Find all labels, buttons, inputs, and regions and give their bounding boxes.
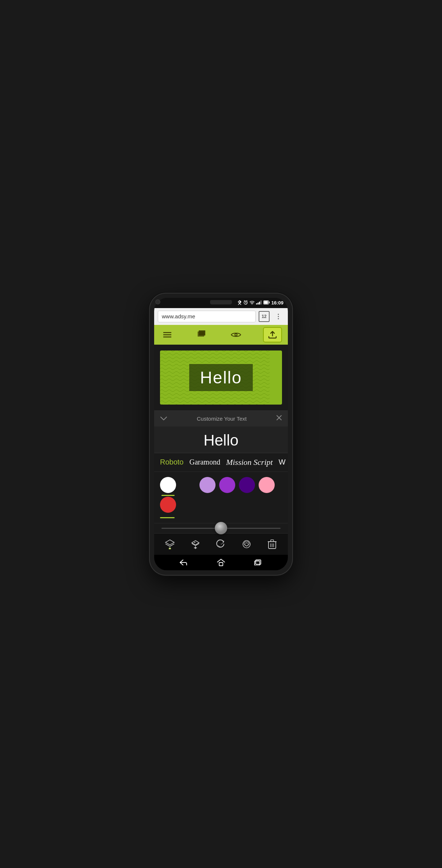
wifi-icon: [249, 300, 255, 305]
add-layer-tool-button[interactable]: [187, 536, 204, 553]
svg-rect-46: [256, 560, 261, 564]
svg-marker-29: [165, 540, 174, 545]
color-picker: [154, 472, 288, 523]
hello-canvas-box[interactable]: Hello: [189, 364, 253, 391]
bottom-toolbar: [154, 534, 288, 555]
svg-line-37: [221, 543, 224, 544]
knit-canvas[interactable]: Hello: [160, 350, 282, 405]
layers-button[interactable]: [194, 327, 209, 342]
phone-device: 16:09 www.adsy.me 12: [150, 293, 292, 575]
hamburger-menu-button[interactable]: [160, 327, 175, 342]
speaker: [210, 301, 232, 304]
app-toolbar: [154, 325, 288, 345]
chevron-down-icon[interactable]: [160, 415, 167, 422]
customize-title: Customize Your Text: [197, 416, 247, 422]
font-mission-script-option[interactable]: Mission Script: [226, 458, 273, 467]
color-swatch-black[interactable]: [180, 477, 196, 493]
customize-panel-header: Customize Your Text: [154, 410, 288, 427]
url-text: www.adsy.me: [162, 313, 195, 319]
svg-line-6: [247, 300, 247, 301]
android-nav-bar: [154, 555, 288, 570]
canvas-area: Hello: [154, 345, 288, 410]
svg-rect-14: [264, 301, 268, 304]
svg-point-15: [278, 314, 279, 315]
svg-line-1: [238, 303, 240, 305]
font-selector: Roboto Garamond Mission Script W: [154, 453, 288, 472]
svg-rect-45: [219, 562, 223, 566]
color-swatches: [160, 477, 282, 513]
recents-button[interactable]: [250, 556, 266, 569]
eye-button[interactable]: [229, 327, 243, 342]
svg-point-25: [235, 334, 237, 336]
back-button[interactable]: [176, 556, 192, 569]
svg-rect-13: [268, 302, 270, 303]
alarm-icon: [243, 300, 248, 306]
svg-rect-10: [259, 302, 260, 305]
camera: [155, 299, 160, 304]
address-bar: www.adsy.me 12: [154, 308, 288, 325]
color-swatch-dark-purple[interactable]: [239, 477, 255, 493]
svg-rect-8: [256, 303, 257, 304]
text-edit-area: Hello: [154, 427, 288, 453]
color-indicator-row: [160, 515, 282, 521]
color-swatch-white[interactable]: [160, 477, 176, 493]
editable-text[interactable]: Hello: [160, 430, 282, 453]
layers-tool-button[interactable]: [161, 536, 178, 553]
status-icons: 16:09: [237, 300, 283, 306]
svg-line-0: [240, 303, 241, 305]
svg-marker-33: [192, 543, 199, 546]
close-icon[interactable]: [276, 415, 282, 422]
svg-rect-41: [271, 540, 274, 542]
status-time: 16:09: [271, 300, 283, 306]
battery-icon: [263, 300, 270, 305]
menu-button-browser[interactable]: [273, 311, 284, 322]
url-field[interactable]: www.adsy.me: [158, 311, 256, 322]
color-swatch-pink[interactable]: [259, 477, 275, 493]
delete-tool-button[interactable]: [264, 536, 281, 553]
signal-icon: [256, 300, 262, 305]
svg-rect-11: [260, 300, 262, 304]
slider-track[interactable]: [161, 528, 281, 529]
hello-canvas-text: Hello: [200, 368, 242, 387]
font-w-option[interactable]: W: [279, 458, 286, 466]
bluetooth-icon: [237, 300, 242, 306]
svg-rect-23: [200, 333, 205, 334]
transform-tool-button[interactable]: [213, 536, 229, 553]
tab-count-button[interactable]: 12: [259, 311, 270, 322]
svg-point-17: [278, 318, 279, 319]
effects-tool-button[interactable]: [238, 536, 255, 553]
color-swatch-lavender[interactable]: [199, 477, 216, 493]
slider-thumb[interactable]: [215, 522, 227, 534]
font-garamond-option[interactable]: Garamond: [190, 458, 220, 466]
svg-rect-47: [255, 561, 260, 565]
svg-point-16: [278, 316, 279, 317]
svg-point-7: [252, 304, 252, 304]
slider-area: [154, 523, 288, 534]
font-roboto-option[interactable]: Roboto: [160, 458, 184, 466]
selected-color-indicator: [160, 517, 175, 518]
color-swatch-red[interactable]: [160, 497, 176, 513]
phone-screen: 16:09 www.adsy.me 12: [154, 298, 288, 571]
svg-line-5: [244, 300, 245, 301]
color-swatch-purple[interactable]: [219, 477, 235, 493]
home-button[interactable]: [213, 556, 229, 569]
svg-rect-9: [258, 303, 259, 304]
upload-button[interactable]: [263, 327, 282, 342]
